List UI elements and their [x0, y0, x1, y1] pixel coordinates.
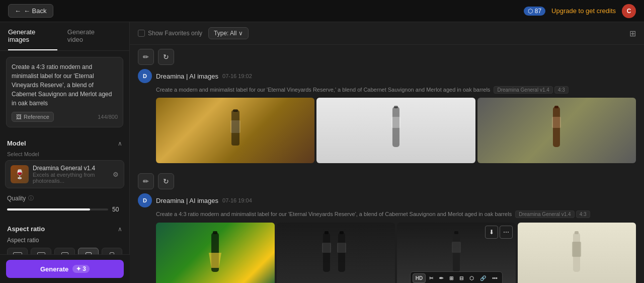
- svg-rect-23: [572, 242, 581, 257]
- msg-header-2: D Dreamina | AI images 07-16 19:04: [138, 193, 636, 207]
- action-bar-1: ✏ ↻: [130, 45, 644, 69]
- svg-rect-8: [552, 117, 561, 128]
- image-1-3[interactable]: [477, 98, 636, 163]
- image-1-1[interactable]: [156, 98, 314, 163]
- action-bar-2: ✏ ↻: [130, 169, 644, 193]
- toolbar-compress-button[interactable]: ⊟: [457, 274, 466, 282]
- topbar: ← ← Back ⬡ 87 Upgrade to get credits C: [0, 0, 644, 22]
- model-card[interactable]: 🍷 Dreamina General v1.4 Excels at everyt…: [5, 160, 124, 188]
- toolbar-hex-button[interactable]: ⬡: [467, 274, 476, 282]
- back-arrow-icon: ←: [15, 7, 21, 15]
- image-1-2[interactable]: [316, 98, 475, 163]
- generate-button[interactable]: Generate ✦ 3: [6, 260, 124, 278]
- bottle-svg-7: [564, 228, 589, 283]
- toolbar-hd-button[interactable]: HD: [413, 273, 426, 283]
- info-icon: ⓘ: [28, 194, 34, 202]
- content-topbar: Show Favorites only Type: All ∨ ⊞: [130, 22, 644, 45]
- model-settings-icon[interactable]: ⚙: [113, 171, 119, 178]
- svg-rect-17: [337, 243, 346, 253]
- img-placeholder-2-1: [156, 223, 275, 283]
- main-layout: Generate images Generate video Create a …: [0, 22, 644, 283]
- sidebar-tabs: Generate images Generate video: [0, 22, 129, 51]
- upgrade-button[interactable]: Upgrade to get credits: [551, 7, 616, 15]
- svg-rect-4: [394, 106, 398, 108]
- toolbar-expand-button[interactable]: ⊞: [447, 274, 456, 282]
- bottle-svg-1: [220, 105, 251, 156]
- message-block-1: D Dreamina | AI images 07-16 19:02 Creat…: [130, 69, 644, 169]
- prompt-footer: 🖼 Reference 144/800: [12, 112, 118, 122]
- sidebar: Generate images Generate video Create a …: [0, 22, 130, 283]
- model-info: Dreamina General v1.4 Excels at everythi…: [33, 165, 109, 184]
- msg-meta-1: Dreamina | AI images 07-16 19:02: [156, 73, 252, 80]
- sidebar-wrapper: Generate images Generate video Create a …: [0, 22, 130, 283]
- type-filter[interactable]: Type: All ∨: [208, 27, 249, 39]
- type-filter-chevron-icon: ∨: [238, 30, 243, 37]
- model-name: Dreamina General v1.4: [33, 165, 109, 172]
- image-2-4[interactable]: [518, 223, 636, 283]
- edit-button-2[interactable]: ✏: [138, 173, 154, 189]
- model-section-title: Model: [7, 139, 26, 147]
- image-icon: 🖼: [16, 114, 22, 120]
- prompt-area[interactable]: Create a 4:3 ratio modern and minimalist…: [6, 57, 123, 127]
- model-thumbnail: 🍷: [11, 165, 29, 183]
- model-desc: Excels at everything from photorealis...: [33, 172, 109, 184]
- quality-slider[interactable]: [7, 208, 108, 210]
- aspect-ratio-section-header[interactable]: Aspect ratio ∧: [0, 219, 129, 237]
- model-tag-2: Dreamina General v1.4: [515, 210, 574, 218]
- toolbar-link-button[interactable]: 🔗: [477, 274, 489, 282]
- img-placeholder-2-4: [518, 223, 636, 283]
- generate-cost-badge: ✦ 3: [72, 265, 90, 273]
- image-2-1[interactable]: [156, 223, 275, 283]
- prompt-text: Create a 4:3 ratio modern and minimalist…: [12, 63, 112, 107]
- svg-rect-2: [230, 120, 240, 133]
- show-favorites[interactable]: Show Favorites only: [138, 30, 202, 37]
- svg-rect-20: [452, 242, 461, 253]
- generate-btn-area: Generate ✦ 3: [0, 254, 130, 283]
- model-tag-1: Dreamina General v1.4: [494, 86, 552, 94]
- images-grid-1: [156, 98, 636, 163]
- credits-count: 87: [535, 8, 541, 15]
- reference-button[interactable]: 🖼 Reference: [12, 112, 54, 122]
- image-toolbar: HD ✂ ✏ ⊞ ⊟ ⬡ 🔗 •••: [410, 271, 503, 283]
- img-placeholder-1-3: [477, 98, 636, 163]
- edit-button-1[interactable]: ✏: [138, 49, 154, 65]
- refresh-button-2[interactable]: ↻: [158, 173, 174, 189]
- toolbar-crop-button[interactable]: ✂: [427, 274, 436, 282]
- bottle-svg-3: [544, 103, 569, 158]
- svg-rect-19: [454, 231, 458, 234]
- image-2-3[interactable]: Download ⬇ ⋯ HD: [397, 223, 516, 283]
- favorites-checkbox[interactable]: [138, 30, 145, 37]
- content-area: Show Favorites only Type: All ∨ ⊞ ✏ ↻ D …: [130, 22, 644, 283]
- quality-label: Quality ⓘ: [7, 194, 122, 202]
- img-placeholder-2-2: [277, 223, 395, 283]
- download-button[interactable]: ⬇: [485, 226, 498, 239]
- back-label: ← Back: [24, 7, 47, 15]
- tab-generate-video[interactable]: Generate video: [67, 22, 111, 50]
- back-button[interactable]: ← ← Back: [8, 4, 53, 18]
- quality-value: 50: [112, 206, 122, 213]
- ratio-tag-1: 4:3: [554, 86, 569, 94]
- msg-header-1: D Dreamina | AI images 07-16 19:02: [138, 69, 636, 83]
- model-section-header[interactable]: Model ∧: [0, 133, 129, 151]
- toolbar-edit-button[interactable]: ✏: [437, 274, 446, 282]
- topbar-right: ⬡ 87 Upgrade to get credits C: [524, 4, 636, 18]
- refresh-button-1[interactable]: ↻: [158, 49, 174, 65]
- star-icon: ✦: [76, 265, 81, 272]
- bottle-svg-4: [201, 228, 229, 283]
- tab-generate-images[interactable]: Generate images: [8, 22, 57, 50]
- quality-section: Quality ⓘ 50: [0, 192, 129, 219]
- model-chevron-icon: ∧: [118, 140, 122, 147]
- select-model-label: Select Model: [0, 151, 129, 160]
- svg-rect-7: [554, 106, 558, 108]
- content-topbar-left: Show Favorites only Type: All ∨: [138, 27, 249, 39]
- save-layout-icon[interactable]: ⊞: [629, 29, 636, 38]
- svg-rect-16: [322, 243, 331, 253]
- bottle-svg-5: [315, 228, 356, 283]
- more-options-button[interactable]: ⋯: [500, 226, 513, 239]
- generate-cost: 3: [83, 265, 86, 272]
- img-placeholder-1-1: [156, 98, 314, 163]
- toolbar-more-button[interactable]: •••: [490, 274, 500, 282]
- credits-icon: ⬡: [528, 8, 533, 15]
- message-block-2: D Dreamina | AI images 07-16 19:04 Creat…: [130, 193, 644, 283]
- image-2-2[interactable]: [277, 223, 395, 283]
